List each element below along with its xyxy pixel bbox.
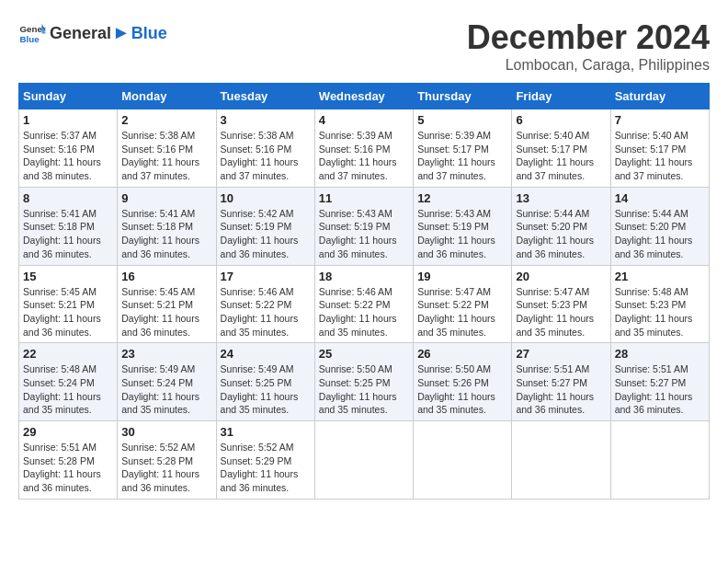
calendar-cell: 28Sunrise: 5:51 AMSunset: 5:27 PMDayligh… <box>610 343 709 421</box>
day-number: 24 <box>221 347 311 361</box>
day-info: Sunrise: 5:52 AMSunset: 5:28 PMDaylight:… <box>121 441 211 495</box>
day-number: 28 <box>615 347 705 361</box>
page-header: General Blue General ► Blue December 202… <box>18 18 710 74</box>
day-number: 7 <box>615 113 705 127</box>
day-info: Sunrise: 5:50 AMSunset: 5:26 PMDaylight:… <box>417 362 507 417</box>
day-number: 1 <box>23 113 113 127</box>
day-info: Sunrise: 5:51 AMSunset: 5:27 PMDaylight:… <box>516 362 606 417</box>
logo-text-blue: Blue <box>131 24 167 43</box>
day-number: 25 <box>319 347 409 361</box>
calendar-cell: 9Sunrise: 5:41 AMSunset: 5:18 PMDaylight… <box>118 187 216 265</box>
day-number: 3 <box>221 113 311 127</box>
day-number: 4 <box>319 113 409 127</box>
location-title: Lombocan, Caraga, Philippines <box>467 57 710 74</box>
title-section: December 2024 Lombocan, Caraga, Philippi… <box>467 18 710 74</box>
day-number: 2 <box>121 113 211 127</box>
day-number: 22 <box>23 347 113 361</box>
day-info: Sunrise: 5:41 AMSunset: 5:18 PMDaylight:… <box>121 207 211 261</box>
day-number: 10 <box>221 191 311 205</box>
calendar-cell: 31Sunrise: 5:52 AMSunset: 5:29 PMDayligh… <box>216 421 314 500</box>
day-info: Sunrise: 5:45 AMSunset: 5:21 PMDaylight:… <box>23 285 113 339</box>
calendar-cell: 10Sunrise: 5:42 AMSunset: 5:19 PMDayligh… <box>216 187 314 265</box>
col-header-thursday: Thursday <box>414 84 512 109</box>
calendar-week-row: 29Sunrise: 5:51 AMSunset: 5:28 PMDayligh… <box>19 421 710 500</box>
calendar-cell: 22Sunrise: 5:48 AMSunset: 5:24 PMDayligh… <box>19 343 118 421</box>
calendar-cell: 30Sunrise: 5:52 AMSunset: 5:28 PMDayligh… <box>118 421 216 500</box>
calendar-cell: 12Sunrise: 5:43 AMSunset: 5:19 PMDayligh… <box>414 187 512 265</box>
calendar-cell: 5Sunrise: 5:39 AMSunset: 5:17 PMDaylight… <box>414 109 512 188</box>
col-header-monday: Monday <box>118 84 216 109</box>
day-info: Sunrise: 5:39 AMSunset: 5:16 PMDaylight:… <box>319 129 409 183</box>
day-info: Sunrise: 5:43 AMSunset: 5:19 PMDaylight:… <box>319 207 409 261</box>
calendar-cell: 7Sunrise: 5:40 AMSunset: 5:17 PMDaylight… <box>610 109 709 188</box>
calendar-cell: 1Sunrise: 5:37 AMSunset: 5:16 PMDaylight… <box>19 109 118 188</box>
col-header-saturday: Saturday <box>610 84 709 109</box>
day-info: Sunrise: 5:38 AMSunset: 5:16 PMDaylight:… <box>121 129 211 183</box>
calendar-cell: 18Sunrise: 5:46 AMSunset: 5:22 PMDayligh… <box>314 265 413 343</box>
day-info: Sunrise: 5:40 AMSunset: 5:17 PMDaylight:… <box>615 129 705 183</box>
day-info: Sunrise: 5:46 AMSunset: 5:22 PMDaylight:… <box>221 285 311 339</box>
day-info: Sunrise: 5:38 AMSunset: 5:16 PMDaylight:… <box>221 129 311 183</box>
calendar-cell: 11Sunrise: 5:43 AMSunset: 5:19 PMDayligh… <box>314 187 413 265</box>
calendar-cell: 24Sunrise: 5:49 AMSunset: 5:25 PMDayligh… <box>216 343 314 421</box>
day-number: 17 <box>221 270 311 283</box>
day-info: Sunrise: 5:51 AMSunset: 5:28 PMDaylight:… <box>23 441 113 495</box>
day-info: Sunrise: 5:41 AMSunset: 5:18 PMDaylight:… <box>23 207 113 261</box>
day-number: 27 <box>516 347 606 361</box>
logo: General Blue General ► Blue <box>18 18 167 46</box>
day-number: 9 <box>121 191 211 205</box>
calendar-week-row: 22Sunrise: 5:48 AMSunset: 5:24 PMDayligh… <box>19 343 710 421</box>
day-number: 23 <box>121 347 211 361</box>
day-number: 19 <box>417 270 507 283</box>
day-info: Sunrise: 5:46 AMSunset: 5:22 PMDaylight:… <box>319 285 409 339</box>
calendar-cell: 25Sunrise: 5:50 AMSunset: 5:25 PMDayligh… <box>314 343 413 421</box>
day-info: Sunrise: 5:47 AMSunset: 5:23 PMDaylight:… <box>516 285 606 339</box>
day-info: Sunrise: 5:48 AMSunset: 5:24 PMDaylight:… <box>23 362 113 417</box>
calendar-cell: 14Sunrise: 5:44 AMSunset: 5:20 PMDayligh… <box>610 187 709 265</box>
day-number: 11 <box>319 191 409 205</box>
day-info: Sunrise: 5:50 AMSunset: 5:25 PMDaylight:… <box>319 362 409 417</box>
day-info: Sunrise: 5:51 AMSunset: 5:27 PMDaylight:… <box>615 362 705 417</box>
day-info: Sunrise: 5:49 AMSunset: 5:25 PMDaylight:… <box>221 362 311 417</box>
day-info: Sunrise: 5:37 AMSunset: 5:16 PMDaylight:… <box>23 129 113 183</box>
day-number: 16 <box>121 270 211 283</box>
calendar-cell: 16Sunrise: 5:45 AMSunset: 5:21 PMDayligh… <box>118 265 216 343</box>
day-info: Sunrise: 5:39 AMSunset: 5:17 PMDaylight:… <box>417 129 507 183</box>
calendar-cell: 3Sunrise: 5:38 AMSunset: 5:16 PMDaylight… <box>216 109 314 188</box>
day-number: 5 <box>417 113 507 127</box>
col-header-wednesday: Wednesday <box>314 84 413 109</box>
col-header-sunday: Sunday <box>19 84 118 109</box>
day-info: Sunrise: 5:42 AMSunset: 5:19 PMDaylight:… <box>221 207 311 261</box>
day-number: 13 <box>516 191 606 205</box>
logo-icon-arrow: ► <box>112 22 131 43</box>
calendar-cell: 27Sunrise: 5:51 AMSunset: 5:27 PMDayligh… <box>512 343 610 421</box>
calendar-cell: 6Sunrise: 5:40 AMSunset: 5:17 PMDaylight… <box>512 109 610 188</box>
calendar-cell: 15Sunrise: 5:45 AMSunset: 5:21 PMDayligh… <box>19 265 118 343</box>
day-number: 12 <box>417 191 507 205</box>
day-info: Sunrise: 5:43 AMSunset: 5:19 PMDaylight:… <box>417 207 507 261</box>
calendar-table: SundayMondayTuesdayWednesdayThursdayFrid… <box>18 83 710 500</box>
calendar-week-row: 8Sunrise: 5:41 AMSunset: 5:18 PMDaylight… <box>19 187 710 265</box>
day-number: 20 <box>516 270 606 283</box>
calendar-week-row: 15Sunrise: 5:45 AMSunset: 5:21 PMDayligh… <box>19 265 710 343</box>
day-number: 15 <box>23 270 113 283</box>
calendar-cell: 21Sunrise: 5:48 AMSunset: 5:23 PMDayligh… <box>610 265 709 343</box>
day-info: Sunrise: 5:48 AMSunset: 5:23 PMDaylight:… <box>615 285 705 339</box>
day-info: Sunrise: 5:40 AMSunset: 5:17 PMDaylight:… <box>516 129 606 183</box>
logo-icon: General Blue <box>18 18 46 46</box>
calendar-cell: 23Sunrise: 5:49 AMSunset: 5:24 PMDayligh… <box>118 343 216 421</box>
col-header-friday: Friday <box>512 84 610 109</box>
day-number: 30 <box>121 425 211 439</box>
day-number: 8 <box>23 191 113 205</box>
day-info: Sunrise: 5:44 AMSunset: 5:20 PMDaylight:… <box>516 207 606 261</box>
calendar-header-row: SundayMondayTuesdayWednesdayThursdayFrid… <box>19 84 710 109</box>
calendar-cell: 13Sunrise: 5:44 AMSunset: 5:20 PMDayligh… <box>512 187 610 265</box>
svg-text:Blue: Blue <box>20 34 40 44</box>
calendar-week-row: 1Sunrise: 5:37 AMSunset: 5:16 PMDaylight… <box>19 109 710 188</box>
col-header-tuesday: Tuesday <box>216 84 314 109</box>
calendar-cell: 29Sunrise: 5:51 AMSunset: 5:28 PMDayligh… <box>19 421 118 500</box>
calendar-cell: 19Sunrise: 5:47 AMSunset: 5:22 PMDayligh… <box>414 265 512 343</box>
calendar-cell: 8Sunrise: 5:41 AMSunset: 5:18 PMDaylight… <box>19 187 118 265</box>
calendar-cell: 26Sunrise: 5:50 AMSunset: 5:26 PMDayligh… <box>414 343 512 421</box>
day-number: 18 <box>319 270 409 283</box>
